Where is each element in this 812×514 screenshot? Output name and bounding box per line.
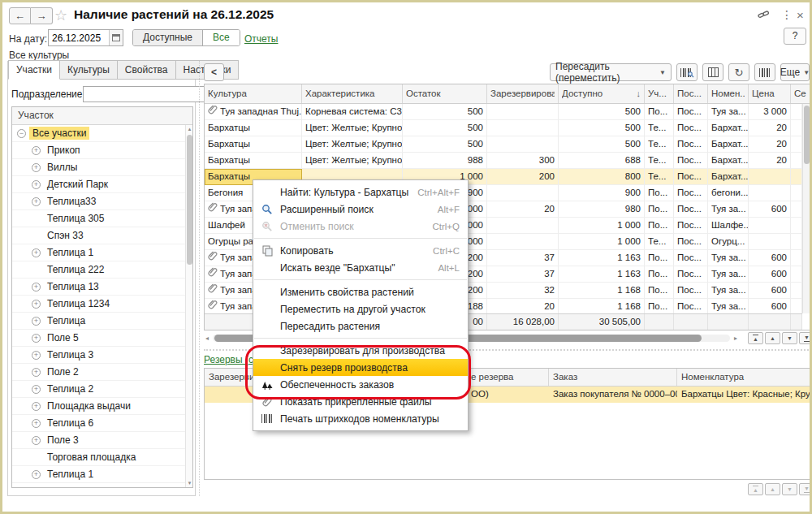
expand-icon[interactable]: + (32, 368, 41, 377)
menu-item[interactable]: Отменить поискCtrl+Q (253, 218, 468, 235)
collapse-icon[interactable]: − (17, 129, 26, 138)
menu-item[interactable]: Обеспеченность заказов (253, 376, 468, 393)
tree-item[interactable]: −Все участки (12, 125, 185, 142)
go-last-row-button[interactable]: ▼ (799, 483, 812, 495)
tree-item[interactable]: +Площадка выдачи (12, 398, 185, 415)
tree-item[interactable]: +Теплица 1 (12, 244, 185, 261)
go-prev-row-button[interactable]: ▲ (765, 483, 780, 495)
more-button[interactable]: Еще▼ (780, 63, 810, 81)
col-pos[interactable]: Пос... (674, 84, 708, 103)
menu-item[interactable]: Найти: Культура - БархатцыCtrl+Alt+F (253, 184, 468, 201)
back-arrow-button[interactable]: ← (9, 7, 31, 24)
expand-icon[interactable]: + (32, 402, 41, 411)
go-next-row-button[interactable]: ▼ (782, 332, 797, 344)
expand-icon[interactable]: + (32, 487, 41, 488)
tab-cultures[interactable]: Культуры (60, 60, 118, 80)
tree-item[interactable]: +Поле 3 (12, 432, 185, 449)
col-characteristic[interactable]: Характеристика (302, 84, 403, 103)
more-menu-icon[interactable]: ⋮ (781, 8, 793, 21)
tree-scrollbar[interactable]: ▴ ▾ (185, 125, 192, 487)
get-link-icon[interactable] (758, 10, 770, 23)
expand-icon[interactable]: + (32, 436, 41, 445)
tree-item[interactable]: +Виллы (12, 159, 185, 176)
refresh-icon[interactable]: ↻ (728, 63, 749, 81)
scroll-left-icon[interactable]: ◂ (205, 335, 213, 342)
expand-icon[interactable]: + (32, 300, 41, 309)
tab-properties[interactable]: Свойства (118, 60, 176, 80)
favorite-star-icon[interactable]: ☆ (54, 6, 67, 24)
expand-icon[interactable]: + (32, 146, 41, 155)
col-ostatok[interactable]: Остаток (403, 84, 487, 103)
go-last-row-button[interactable]: ▼ (799, 332, 812, 344)
tree-item[interactable]: +Детский Парк (12, 176, 185, 193)
scan-search-icon[interactable] (676, 63, 698, 81)
expand-icon[interactable]: + (32, 470, 41, 479)
go-next-row-button[interactable]: ▼ (782, 483, 797, 495)
tree-item[interactable]: +Теплица 2 (12, 381, 185, 398)
date-input[interactable] (49, 30, 109, 45)
col-available[interactable]: Доступно↓ (559, 84, 645, 103)
close-icon[interactable]: × (797, 8, 804, 22)
menu-item[interactable]: Снять резерв производства (253, 359, 468, 376)
vertical-scroll-thumb[interactable] (804, 106, 810, 164)
tree-item[interactable]: +Спэн 33 (12, 227, 185, 244)
menu-item[interactable]: Расширенный поискAlt+F (253, 201, 468, 218)
expand-icon[interactable]: + (32, 351, 41, 360)
col-price[interactable]: Цена (749, 84, 791, 103)
expand-icon[interactable]: + (32, 248, 41, 257)
tree-item[interactable]: +Поле 2 (12, 364, 185, 381)
col-nomenclature[interactable]: Номенклатура (677, 369, 810, 386)
toggle-available[interactable]: Доступные (133, 30, 203, 45)
menu-item[interactable]: Показать прикрепленные файлы (253, 393, 468, 410)
go-prev-row-button[interactable]: ▲ (765, 332, 780, 344)
tree-item[interactable]: +Прикоп (12, 142, 185, 159)
expand-icon[interactable]: + (32, 419, 41, 428)
col-culture[interactable]: Культура (205, 84, 302, 103)
reports-link[interactable]: Отчеты (244, 33, 278, 45)
col-order[interactable]: Заказ (549, 369, 677, 386)
menu-item[interactable]: Печать штрихкодов номенклатуры (253, 410, 468, 427)
menu-item[interactable]: Переместить на другой участок (253, 300, 468, 317)
scroll-down-icon[interactable]: ▾ (186, 480, 193, 486)
table-row[interactable]: БархатцыЦвет: Желтые; Крупност...500500Т… (205, 120, 802, 136)
date-field[interactable] (48, 29, 123, 46)
expand-icon[interactable]: + (32, 385, 41, 394)
help-button[interactable]: ? (784, 28, 806, 45)
tree-scroll-thumb[interactable] (187, 135, 192, 265)
expand-icon[interactable]: + (32, 197, 41, 206)
expand-icon[interactable]: + (32, 283, 41, 292)
expand-icon[interactable]: + (32, 317, 41, 326)
columns-icon[interactable] (702, 63, 723, 81)
menu-item[interactable]: КопироватьCtrl+C (253, 242, 468, 259)
table-row[interactable]: БархатцыЦвет: Желтые; Крупност...9883006… (205, 153, 802, 169)
calendar-icon[interactable] (109, 30, 123, 45)
tree-item[interactable]: +Теплица 1 (12, 466, 185, 483)
panel-splitter[interactable] (199, 61, 200, 496)
tree-header[interactable]: Участок (12, 107, 192, 125)
toggle-all[interactable]: Все (203, 30, 240, 45)
tree-item[interactable]: +Теплица 13 (12, 279, 185, 296)
tree-item[interactable]: +Теплица (12, 313, 185, 330)
expand-icon[interactable]: + (32, 334, 41, 343)
tree-item[interactable]: +Теплица 3 (12, 347, 185, 364)
barcode-icon[interactable] (754, 63, 775, 81)
scroll-up-icon[interactable]: ▴ (186, 126, 193, 132)
tree-item[interactable]: +Теплица 6 (12, 415, 185, 432)
tree-item[interactable]: +Теплица 222 (12, 261, 185, 279)
transplant-button[interactable]: Пересадить (переместить)▼ (550, 63, 672, 81)
go-first-row-button[interactable]: ▲ (748, 332, 763, 344)
menu-item[interactable]: Зарезервировать для производства (253, 342, 468, 359)
col-reserved[interactable]: Зарезервировано (487, 84, 559, 103)
menu-item[interactable]: Пересадить растения (253, 317, 468, 335)
tree-item[interactable]: +Торговая площадка (12, 449, 185, 466)
menu-item[interactable]: Искать везде "Бархатцы"Alt+L (253, 259, 468, 276)
tree-item[interactable]: +С (12, 483, 185, 487)
subdivision-input[interactable] (84, 87, 214, 102)
col-uch[interactable]: Уч... (645, 84, 674, 103)
scroll-right-icon[interactable]: ▸ (730, 335, 737, 342)
tree-item[interactable]: +Теплица 1234 (12, 296, 185, 313)
col-nomen[interactable]: Номен... (708, 84, 749, 103)
expand-icon[interactable]: + (32, 163, 41, 172)
go-first-row-button[interactable]: ▲ (748, 483, 763, 495)
tree-item[interactable]: +Теплица 305 (12, 210, 185, 227)
